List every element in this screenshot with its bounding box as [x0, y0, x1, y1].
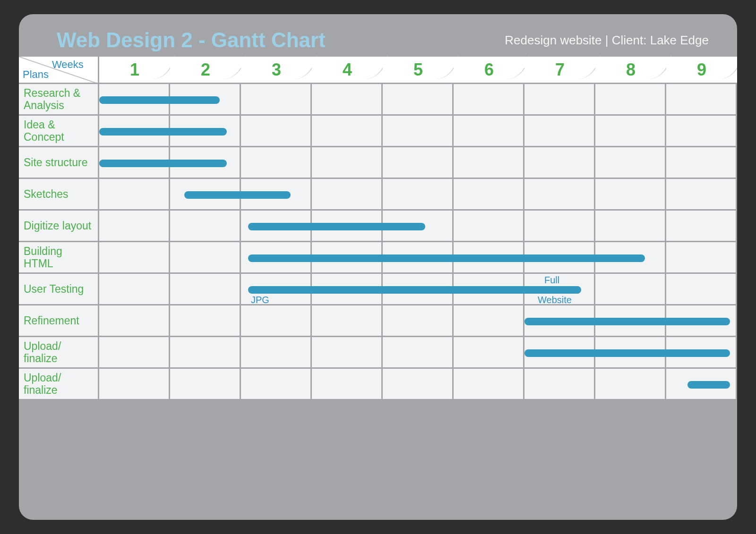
grid-cell	[383, 337, 454, 369]
grid-cell	[524, 305, 595, 337]
columns-axis-label: Weeks	[52, 59, 84, 71]
grid-cell	[524, 116, 595, 147]
grid-cell	[170, 337, 241, 369]
rows-axis-label: Plans	[23, 68, 49, 81]
week-header-2: 2	[170, 57, 241, 84]
grid-cell	[666, 116, 737, 147]
page-subtitle: Redesign website | Client: Lake Edge	[505, 33, 709, 48]
week-header-label: 8	[626, 60, 636, 83]
grid-cell	[99, 116, 170, 147]
gantt-card: Web Design 2 - Gantt Chart Redesign webs…	[19, 14, 737, 520]
grid-cell	[99, 84, 170, 116]
row-label: Research & Analysis	[19, 84, 99, 116]
grid-cell	[241, 242, 312, 274]
row-label: Upload/ finalize	[19, 369, 99, 400]
week-header-3: 3	[241, 57, 312, 84]
grid-cell	[383, 147, 454, 179]
row-label: Building HTML	[19, 242, 99, 274]
week-header-9: 9	[666, 57, 737, 84]
axis-corner: Weeks Plans	[19, 57, 99, 84]
grid-cell	[595, 84, 666, 116]
grid-cell	[454, 337, 524, 369]
grid-cell	[383, 274, 454, 305]
grid-cell	[454, 147, 524, 179]
grid-cell	[524, 242, 595, 274]
gantt-chart: Weeks Plans 123456789Research & Analysis…	[19, 57, 737, 400]
grid-cell	[170, 242, 241, 274]
row-label: Sketches	[19, 179, 99, 211]
grid-cell	[170, 147, 241, 179]
grid-cell	[241, 116, 312, 147]
grid-cell	[524, 337, 595, 369]
grid-cell	[524, 274, 595, 305]
grid-cell	[99, 369, 170, 400]
grid-cell	[666, 369, 737, 400]
week-header-label: 9	[697, 60, 706, 83]
grid-cell	[454, 84, 524, 116]
grid-cell	[170, 116, 241, 147]
grid-cell	[383, 369, 454, 400]
grid-cell	[312, 242, 383, 274]
grid-cell	[312, 369, 383, 400]
grid-cell	[524, 179, 595, 211]
grid-cell	[666, 242, 737, 274]
grid-cell	[241, 305, 312, 337]
grid-cell	[312, 147, 383, 179]
week-header-6: 6	[454, 57, 524, 84]
grid-cell	[524, 369, 595, 400]
grid-cell	[241, 274, 312, 305]
row-label: Digitize layout	[19, 211, 99, 242]
grid-cell	[524, 84, 595, 116]
grid-cell	[99, 211, 170, 242]
grid-cell	[595, 211, 666, 242]
grid-cell	[241, 179, 312, 211]
grid-cell	[99, 274, 170, 305]
grid-cell	[99, 147, 170, 179]
grid-cell	[241, 84, 312, 116]
grid-cell	[454, 179, 524, 211]
week-header-label: 3	[272, 60, 281, 83]
week-header-8: 8	[595, 57, 666, 84]
grid-cell	[312, 179, 383, 211]
grid-cell	[170, 84, 241, 116]
week-header-7: 7	[524, 57, 595, 84]
row-label: User Testing	[19, 274, 99, 305]
grid-cell	[170, 274, 241, 305]
grid-cell	[666, 274, 737, 305]
grid-cell	[383, 116, 454, 147]
header: Web Design 2 - Gantt Chart Redesign webs…	[19, 14, 737, 57]
grid-cell	[383, 242, 454, 274]
grid-cell	[312, 84, 383, 116]
grid-cell	[595, 274, 666, 305]
grid-cell	[595, 369, 666, 400]
grid-cell	[241, 211, 312, 242]
week-header-label: 6	[484, 60, 494, 83]
grid-cell	[595, 116, 666, 147]
week-header-4: 4	[312, 57, 383, 84]
grid-cell	[99, 337, 170, 369]
grid-cell	[454, 211, 524, 242]
grid-cell	[666, 337, 737, 369]
row-label: Refinement	[19, 305, 99, 337]
grid-cell	[454, 305, 524, 337]
week-header-label: 2	[201, 60, 210, 83]
week-header-5: 5	[383, 57, 454, 84]
week-header-label: 4	[343, 60, 352, 83]
grid-cell	[454, 274, 524, 305]
page-title: Web Design 2 - Gantt Chart	[57, 28, 326, 52]
grid-cell	[595, 242, 666, 274]
week-header-label: 1	[130, 60, 139, 83]
grid-cell	[99, 242, 170, 274]
row-label: Idea & Concept	[19, 116, 99, 147]
week-header-label: 5	[413, 60, 423, 83]
grid-cell	[454, 242, 524, 274]
grid-cell	[666, 147, 737, 179]
grid-cell	[666, 179, 737, 211]
grid-cell	[170, 369, 241, 400]
grid-cell	[383, 305, 454, 337]
week-header-label: 7	[555, 60, 565, 83]
grid-cell	[99, 305, 170, 337]
grid-cell	[383, 179, 454, 211]
grid-cell	[454, 116, 524, 147]
grid-cell	[312, 274, 383, 305]
